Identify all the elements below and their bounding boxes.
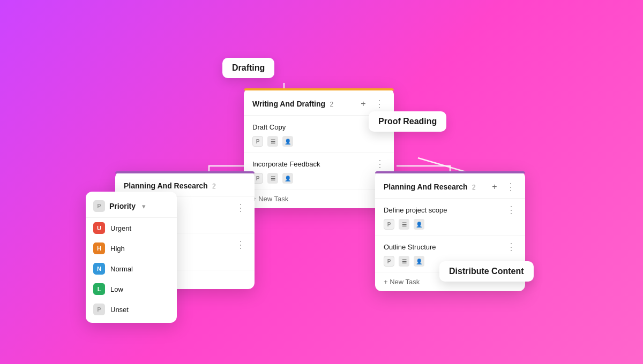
normal-badge: N [93, 263, 105, 275]
priority-icon: P [384, 219, 394, 230]
task-icon-row: P ☰ 👤 [252, 173, 385, 184]
new-task-button[interactable]: + New Task [244, 189, 394, 208]
chevron-down-icon: ▾ [142, 202, 146, 210]
card-count: 2 [212, 183, 216, 190]
add-task-button[interactable]: + [357, 98, 369, 110]
unset-label: Unset [110, 306, 129, 314]
urgent-badge: U [93, 222, 105, 234]
priority-item-normal[interactable]: N Normal [86, 259, 177, 279]
normal-label: Normal [110, 265, 133, 273]
low-badge: L [93, 283, 105, 295]
card-header: Planning And Research 2 + ⋮ [375, 173, 525, 199]
user-icon: 👤 [414, 219, 424, 230]
task-name-text: Incorporate Feedback [252, 160, 320, 168]
user-icon: 👤 [414, 256, 424, 267]
more-options-button[interactable]: ⋮ [373, 98, 385, 110]
drafting-label: Drafting [222, 58, 274, 78]
task-more-button[interactable]: ⋮ [375, 158, 385, 170]
card-action-buttons: + ⋮ [489, 181, 517, 193]
task-name-text: Draft Copy [252, 123, 286, 131]
card-title-area: Planning And Research 2 [124, 181, 216, 191]
priority-item-low[interactable]: L Low [86, 279, 177, 299]
task-more-button[interactable]: ⋮ [506, 241, 517, 253]
task-icon-row: P ☰ 👤 [384, 219, 517, 230]
urgent-label: Urgent [110, 224, 131, 232]
high-label: High [110, 245, 125, 253]
task-icon-row: P ☰ 👤 [252, 136, 385, 147]
proof-reading-label: Proof Reading [369, 111, 446, 132]
user-icon: 👤 [282, 136, 293, 147]
task-more-button[interactable]: ⋮ [506, 204, 517, 216]
high-badge: H [93, 242, 105, 254]
list-icon: ☰ [267, 173, 278, 184]
card-title-area: Writing And Drafting 2 [252, 99, 333, 109]
priority-dropdown-header: P Priority ▾ [86, 195, 177, 218]
priority-icon: P [384, 256, 394, 267]
priority-header-icon: P [93, 200, 105, 212]
distribute-content-label: Distribute Content [439, 261, 534, 282]
priority-header-label: Priority [109, 202, 136, 210]
card-count: 2 [330, 101, 334, 108]
task-more-button[interactable]: ⋮ [236, 202, 246, 214]
priority-icon: P [252, 136, 263, 147]
list-icon: ☰ [267, 136, 278, 147]
unset-badge: P [93, 304, 105, 315]
priority-dropdown: P Priority ▾ U Urgent H High N Normal L … [86, 192, 177, 323]
card-title: Writing And Drafting [252, 100, 325, 108]
card-title: Planning And Research [124, 181, 208, 190]
card-title-area: Planning And Research 2 [384, 182, 476, 192]
priority-item-high[interactable]: H High [86, 238, 177, 259]
priority-item-unset[interactable]: P Unset [86, 299, 177, 320]
task-more-button[interactable]: ⋮ [236, 239, 246, 251]
task-name-text: Define project scope [384, 206, 447, 214]
card-title: Planning And Research [384, 183, 468, 191]
priority-item-urgent[interactable]: U Urgent [86, 218, 177, 238]
user-icon: 👤 [282, 173, 293, 184]
low-label: Low [110, 285, 123, 293]
list-icon: ☰ [399, 256, 409, 267]
task-item: Define project scope ⋮ P ☰ 👤 [375, 199, 525, 236]
add-task-button[interactable]: + [489, 181, 500, 193]
card-count: 2 [472, 184, 476, 191]
task-item: Incorporate Feedback ⋮ P ☰ 👤 [244, 153, 394, 189]
list-icon: ☰ [399, 219, 409, 230]
task-name-text: Outline Structure [384, 243, 436, 251]
center-card: Writing And Drafting 2 + ⋮ Draft Copy ⋮ … [244, 88, 394, 208]
card-action-buttons: + ⋮ [357, 98, 385, 110]
more-options-button[interactable]: ⋮ [505, 181, 517, 193]
